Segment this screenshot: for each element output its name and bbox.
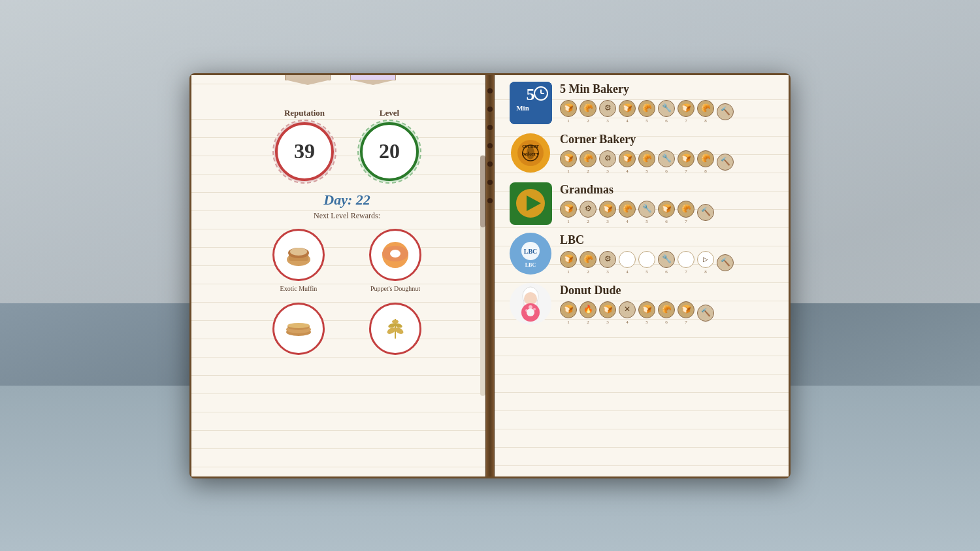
slot-col: 🍞 4: [619, 100, 636, 124]
level-label: Level: [380, 108, 399, 118]
slot-2: 🔥: [580, 301, 596, 318]
day-text: Day: 22: [323, 192, 370, 209]
slot-col: 🥐 8: [697, 150, 714, 174]
left-page: Royal Baker Reputation 39 Level 20: [191, 75, 490, 476]
slot-5: 🥐: [638, 100, 655, 117]
spine-hole-2: [487, 107, 493, 112]
svg-text:LBC: LBC: [525, 262, 536, 268]
reward-circle-muffin: [272, 229, 325, 281]
notebook: Royal Baker Reputation 39 Level 20: [189, 73, 791, 478]
slot-col: 🍞 1: [560, 100, 577, 124]
slot-8: 🥐: [697, 150, 714, 167]
bakery-slots-lbc: 🍞 1 🥐 2 ⚙ 3 4: [560, 251, 776, 275]
spine-hole-1: [487, 88, 493, 93]
spine-hole-5: [487, 161, 493, 167]
bakery-name-5min: 5 Min Bakery: [560, 82, 776, 96]
bakery-name-grandmas: Grandmas: [560, 183, 776, 197]
slot-col: 🍞 3: [599, 201, 616, 224]
svg-point-45: [525, 309, 528, 312]
slot-col: 🍞 4: [619, 150, 636, 174]
reward-item-pancake: [255, 303, 342, 359]
bakery-info-lbc: LBC 🍞 1 🥐 2 ⚙ 3: [560, 233, 776, 275]
slot-col: ⚙ 3: [599, 251, 616, 275]
bakery-logo-5min: 5 Min: [510, 82, 552, 124]
slot-7: 🍞: [678, 100, 694, 117]
scroll-thumb: [480, 155, 485, 227]
slot-col: 🔧 6: [658, 251, 675, 275]
bookmark-secondary[interactable]: [350, 75, 396, 80]
pancake-icon: [282, 312, 315, 345]
slot-3: ⚙: [599, 150, 616, 167]
reputation-value: 39: [294, 139, 315, 163]
slot-5: [638, 251, 655, 268]
slot-col: 🍞 1: [560, 301, 577, 325]
slot-col: 🔨: [717, 154, 734, 171]
slot-col: 7: [678, 251, 694, 275]
reputation-block: Reputation 39: [275, 108, 334, 181]
svg-point-17: [392, 320, 399, 324]
slot-wrench: 🔨: [697, 204, 714, 221]
reward-circle-pancake: [272, 303, 325, 355]
bakery-logo-grandmas: [510, 182, 552, 225]
slot-3: ⚙: [599, 251, 616, 268]
reputation-label: Reputation: [284, 108, 325, 118]
slot-col: 🍞 7: [678, 100, 694, 124]
slot-col: 🔨: [697, 204, 714, 221]
slot-1: 🍞: [560, 201, 577, 218]
slot-6: 🔧: [658, 150, 675, 167]
bakery-logo-donut: [510, 283, 552, 326]
reward-circle-wheat: [369, 303, 421, 355]
slot-col: 🍞 7: [678, 150, 694, 174]
svg-text:LBC: LBC: [524, 248, 538, 255]
next-level-label: Next Level Rewards:: [314, 211, 380, 221]
slot-2: 🥐: [580, 251, 596, 268]
bakery-slots-grandmas: 🍞 1 ⚙ 2 🍞 3 🥐 4: [560, 201, 776, 224]
bakery-logo-lbc: LBC LBC: [510, 233, 552, 275]
bakery-slots-5min: 🍞 1 🥐 2 ⚙ 3 🍞 4: [560, 100, 776, 124]
spine-hole-7: [487, 198, 493, 203]
bakery-name-donut: Donut Dude: [560, 284, 776, 297]
5min-logo-svg: 5 Min: [510, 82, 552, 124]
svg-point-11: [287, 323, 310, 328]
slot-col: 🔨: [697, 305, 714, 322]
scroll-indicator[interactable]: [480, 155, 485, 395]
reward-item-doughnut: Puppet's Doughnut: [352, 229, 438, 292]
slot-3: 🍞: [599, 201, 616, 218]
reward-label-doughnut: Puppet's Doughnut: [370, 285, 420, 292]
bakery-entry-donut: Donut Dude 🍞 1 🔥 2 🍞 3: [510, 283, 776, 326]
bakery-name-lbc: LBC: [560, 233, 776, 247]
rewards-grid: Exotic Muffin Puppet's Doughnut: [255, 229, 438, 359]
slot-7: 🍞: [678, 150, 694, 167]
donut-logo-svg: [510, 283, 552, 326]
slot-8: ▷: [697, 251, 714, 268]
bakery-entry-corner: corner bakery Corner Bakery 🍞 1: [510, 132, 776, 175]
slot-col: 🥐 2: [580, 251, 596, 275]
slot-1: 🍞: [560, 100, 577, 117]
bookmark-royal-baker[interactable]: Royal Baker: [285, 75, 331, 80]
slot-2: 🥐: [580, 100, 596, 117]
slot-col: 🔨: [717, 103, 734, 120]
slot-8: 🥐: [697, 100, 714, 117]
slot-7: [678, 251, 694, 268]
slot-4: 🍞: [619, 100, 636, 117]
slot-col: 🍞 6: [658, 201, 675, 224]
slot-col: 🍞 1: [560, 251, 577, 275]
bakery-info-corner: Corner Bakery 🍞 1 🥐 2 ⚙ 3: [560, 133, 776, 174]
slot-wrench: 🔨: [697, 305, 714, 322]
notebook-spine: [485, 75, 495, 476]
slot-col: 🥐 5: [638, 100, 655, 124]
svg-point-3: [290, 248, 307, 256]
slot-4: [619, 251, 636, 268]
slot-6: 🔧: [658, 100, 675, 117]
level-circle: 20: [360, 122, 419, 181]
bakery-entry-grandmas: Grandmas 🍞 1 ⚙ 2 🍞 3: [510, 182, 776, 225]
slot-col: 🔧 6: [658, 100, 675, 124]
bakery-name-corner: Corner Bakery: [560, 133, 776, 146]
slot-col: ⚙ 2: [580, 201, 596, 224]
wheat-icon: [379, 312, 412, 345]
slot-col: 🍞 1: [560, 201, 577, 224]
slot-wrench: 🔨: [717, 154, 734, 171]
slot-col: 🍞 3: [599, 301, 616, 325]
doughnut-icon: [379, 239, 412, 271]
slot-1: 🍞: [560, 251, 577, 268]
